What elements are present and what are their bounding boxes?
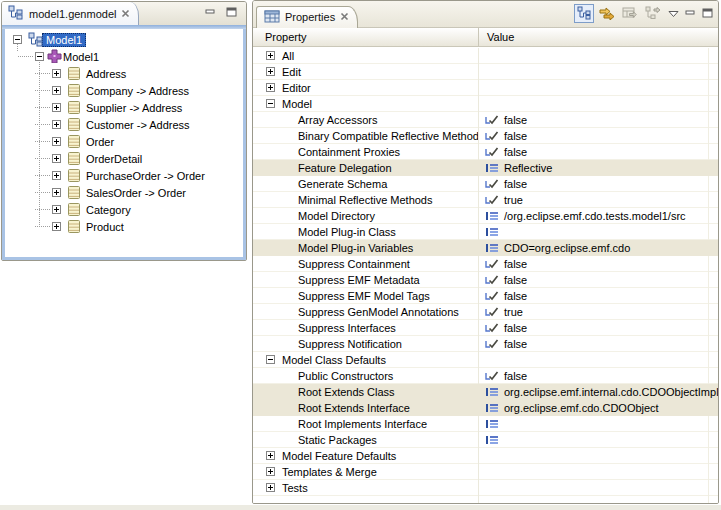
property-value-cell[interactable] [478, 432, 718, 448]
property-row[interactable]: Array Accessorsfalse [253, 112, 718, 128]
property-row[interactable]: Root Extends Classorg.eclipse.emf.intern… [253, 384, 718, 400]
maximize-button[interactable] [225, 6, 238, 18]
tab-properties[interactable]: Properties [256, 6, 358, 28]
property-value-cell[interactable] [478, 80, 718, 96]
expand-toggle[interactable] [266, 83, 275, 92]
view-menu-button[interactable] [666, 4, 680, 23]
property-value-cell[interactable]: true [478, 304, 718, 320]
property-value-cell[interactable]: false [478, 288, 718, 304]
property-value-cell[interactable]: false [478, 128, 718, 144]
property-row[interactable]: Suppress EMF Metadatafalse [253, 272, 718, 288]
expand-toggle[interactable] [52, 103, 61, 112]
tree-item-product[interactable]: Product [5, 218, 243, 235]
property-value-cell[interactable]: false [478, 112, 718, 128]
minimize-button[interactable] [204, 6, 217, 18]
expand-toggle[interactable] [266, 451, 275, 460]
property-row[interactable]: Binary Compatible Reflective Methodsfals… [253, 128, 718, 144]
collapse-toggle[interactable] [266, 99, 275, 108]
property-value-cell[interactable] [478, 64, 718, 80]
category-row[interactable]: All [253, 48, 718, 64]
property-value-cell[interactable] [478, 48, 718, 64]
property-row[interactable]: Minimal Reflective Methodstrue [253, 192, 718, 208]
minimize-button[interactable] [683, 4, 697, 23]
expand-toggle[interactable] [266, 51, 275, 60]
property-row[interactable]: Suppress Containmentfalse [253, 256, 718, 272]
tab-model1-genmodel[interactable]: model1.genmodel [2, 2, 139, 25]
property-value-cell[interactable]: CDO=org.eclipse.emf.cdo [478, 240, 718, 256]
expand-toggle[interactable] [52, 86, 61, 95]
expand-toggle[interactable] [52, 171, 61, 180]
property-row[interactable]: Model Plug-in Class [253, 224, 718, 240]
category-row[interactable]: Model Class Defaults [253, 352, 718, 368]
close-icon[interactable] [340, 11, 349, 23]
tree-item-purchaseorder-order[interactable]: PurchaseOrder -> Order [5, 167, 243, 184]
property-row[interactable]: Static Packages [253, 432, 718, 448]
close-icon[interactable] [121, 8, 130, 20]
category-row[interactable]: Model [253, 96, 718, 112]
property-row[interactable]: Suppress EMF Model Tagsfalse [253, 288, 718, 304]
show-categories-button[interactable] [574, 4, 594, 23]
property-row[interactable]: Suppress Notificationfalse [253, 336, 718, 352]
tree-item-customer-address[interactable]: Customer -> Address [5, 116, 243, 133]
tree-item-model1[interactable]: Model1 [5, 31, 243, 48]
collapse-toggle[interactable] [13, 35, 22, 44]
category-row[interactable]: Tests [253, 480, 718, 496]
expand-toggle[interactable] [52, 137, 61, 146]
category-row[interactable]: Templates & Merge [253, 464, 718, 480]
category-row[interactable]: Edit [253, 64, 718, 80]
property-value-cell[interactable]: true [478, 192, 718, 208]
property-value-cell[interactable]: false [478, 144, 718, 160]
property-value-cell[interactable]: Reflective [478, 160, 718, 176]
property-value-cell[interactable] [478, 416, 718, 432]
expand-toggle[interactable] [266, 483, 275, 492]
property-value-cell[interactable]: false [478, 336, 718, 352]
property-row[interactable]: Model Directory/org.eclipse.emf.cdo.test… [253, 208, 718, 224]
expand-toggle[interactable] [52, 69, 61, 78]
property-value-cell[interactable]: org.eclipse.emf.internal.cdo.CDOObjectIm… [478, 384, 718, 400]
category-row[interactable]: Model Feature Defaults [253, 448, 718, 464]
property-value-cell[interactable]: false [478, 256, 718, 272]
maximize-button[interactable] [700, 4, 714, 23]
expand-toggle[interactable] [52, 188, 61, 197]
property-row[interactable]: Suppress Interfacesfalse [253, 320, 718, 336]
collapse-toggle[interactable] [35, 52, 44, 61]
property-row[interactable]: Suppress GenModel Annotationstrue [253, 304, 718, 320]
column-header-property[interactable]: Property [253, 28, 478, 46]
property-row[interactable]: Root Extends Interfaceorg.eclipse.emf.cd… [253, 400, 718, 416]
expand-toggle[interactable] [52, 222, 61, 231]
property-row[interactable]: Root Implements Interface [253, 416, 718, 432]
tree-item-category[interactable]: Category [5, 201, 243, 218]
property-value-cell[interactable]: false [478, 368, 718, 384]
property-value-cell[interactable] [478, 464, 718, 480]
property-row[interactable]: Model Plug-in VariablesCDO=org.eclipse.e… [253, 240, 718, 256]
tree-item-company-address[interactable]: Company -> Address [5, 82, 243, 99]
property-value-cell[interactable] [478, 224, 718, 240]
expand-toggle[interactable] [52, 205, 61, 214]
tree-item-salesorder-order[interactable]: SalesOrder -> Order [5, 184, 243, 201]
tree-item-model1[interactable]: Model1 [5, 48, 243, 65]
tree-item-address[interactable]: Address [5, 65, 243, 82]
tree-item-order[interactable]: Order [5, 133, 243, 150]
property-value-cell[interactable]: false [478, 272, 718, 288]
property-value-cell[interactable]: false [478, 176, 718, 192]
property-value-cell[interactable] [478, 448, 718, 464]
property-value-cell[interactable] [478, 480, 718, 496]
show-advanced-properties-button[interactable] [597, 4, 617, 23]
expand-toggle[interactable] [52, 120, 61, 129]
property-value-cell[interactable] [478, 352, 718, 368]
column-header-value[interactable]: Value [478, 28, 718, 46]
property-row[interactable]: Generate Schemafalse [253, 176, 718, 192]
property-row[interactable]: Containment Proxiesfalse [253, 144, 718, 160]
property-value-cell[interactable]: org.eclipse.emf.cdo.CDOObject [478, 400, 718, 416]
property-row[interactable]: Feature DelegationReflective [253, 160, 718, 176]
expand-toggle[interactable] [52, 154, 61, 163]
collapse-toggle[interactable] [266, 355, 275, 364]
tree-item-orderdetail[interactable]: OrderDetail [5, 150, 243, 167]
expand-toggle[interactable] [266, 67, 275, 76]
expand-toggle[interactable] [266, 467, 275, 476]
property-value-cell[interactable]: /org.eclipse.emf.cdo.tests.model1/src [478, 208, 718, 224]
category-row[interactable]: Editor [253, 80, 718, 96]
property-value-cell[interactable] [478, 96, 718, 112]
tree-item-supplier-address[interactable]: Supplier -> Address [5, 99, 243, 116]
property-row[interactable]: Public Constructorsfalse [253, 368, 718, 384]
